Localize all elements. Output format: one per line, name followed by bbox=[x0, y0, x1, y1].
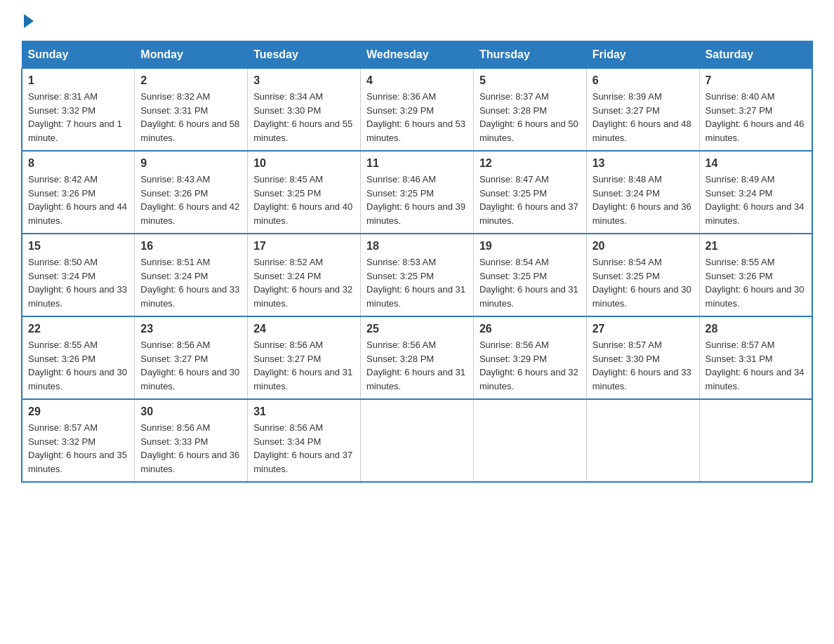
day-info: Sunrise: 8:40 AM Sunset: 3:27 PM Dayligh… bbox=[706, 90, 806, 145]
day-info: Sunrise: 8:55 AM Sunset: 3:26 PM Dayligh… bbox=[706, 255, 806, 310]
day-info: Sunrise: 8:51 AM Sunset: 3:24 PM Dayligh… bbox=[140, 255, 241, 310]
day-number: 3 bbox=[253, 74, 355, 87]
calendar-cell: 24 Sunrise: 8:56 AM Sunset: 3:27 PM Dayl… bbox=[248, 316, 361, 399]
day-number: 20 bbox=[593, 240, 694, 253]
day-number: 7 bbox=[706, 74, 806, 87]
calendar-cell: 8 Sunrise: 8:42 AM Sunset: 3:26 PM Dayli… bbox=[22, 151, 135, 234]
calendar-cell: 23 Sunrise: 8:56 AM Sunset: 3:27 PM Dayl… bbox=[135, 316, 248, 399]
calendar-cell: 31 Sunrise: 8:56 AM Sunset: 3:34 PM Dayl… bbox=[248, 399, 361, 482]
day-info: Sunrise: 8:56 AM Sunset: 3:27 PM Dayligh… bbox=[140, 338, 241, 393]
day-number: 14 bbox=[706, 157, 806, 170]
calendar-cell: 19 Sunrise: 8:54 AM Sunset: 3:25 PM Dayl… bbox=[473, 234, 586, 316]
page-header bbox=[21, 14, 813, 28]
day-number: 31 bbox=[253, 405, 355, 418]
day-number: 10 bbox=[253, 157, 355, 170]
day-number: 6 bbox=[593, 74, 694, 87]
column-header-wednesday: Wednesday bbox=[361, 41, 474, 69]
calendar-header-row: SundayMondayTuesdayWednesdayThursdayFrid… bbox=[22, 41, 812, 69]
day-info: Sunrise: 8:50 AM Sunset: 3:24 PM Dayligh… bbox=[28, 255, 128, 310]
calendar-cell: 7 Sunrise: 8:40 AM Sunset: 3:27 PM Dayli… bbox=[699, 69, 812, 152]
calendar-cell bbox=[699, 399, 812, 482]
day-number: 13 bbox=[593, 157, 694, 170]
calendar-week-row: 22 Sunrise: 8:55 AM Sunset: 3:26 PM Dayl… bbox=[22, 316, 812, 399]
calendar-table: SundayMondayTuesdayWednesdayThursdayFrid… bbox=[21, 41, 813, 483]
day-number: 8 bbox=[28, 157, 128, 170]
calendar-cell: 6 Sunrise: 8:39 AM Sunset: 3:27 PM Dayli… bbox=[586, 69, 699, 152]
calendar-week-row: 1 Sunrise: 8:31 AM Sunset: 3:32 PM Dayli… bbox=[22, 69, 812, 152]
logo bbox=[21, 14, 34, 28]
calendar-cell: 17 Sunrise: 8:52 AM Sunset: 3:24 PM Dayl… bbox=[248, 234, 361, 316]
day-number: 5 bbox=[479, 74, 581, 87]
calendar-cell: 12 Sunrise: 8:47 AM Sunset: 3:25 PM Dayl… bbox=[473, 151, 586, 234]
day-info: Sunrise: 8:56 AM Sunset: 3:34 PM Dayligh… bbox=[253, 421, 355, 476]
day-info: Sunrise: 8:37 AM Sunset: 3:28 PM Dayligh… bbox=[479, 90, 581, 145]
calendar-cell: 21 Sunrise: 8:55 AM Sunset: 3:26 PM Dayl… bbox=[699, 234, 812, 316]
day-info: Sunrise: 8:45 AM Sunset: 3:25 PM Dayligh… bbox=[253, 173, 355, 227]
calendar-week-row: 8 Sunrise: 8:42 AM Sunset: 3:26 PM Dayli… bbox=[22, 151, 812, 234]
calendar-cell: 4 Sunrise: 8:36 AM Sunset: 3:29 PM Dayli… bbox=[361, 69, 474, 152]
column-header-monday: Monday bbox=[135, 41, 248, 69]
calendar-cell bbox=[473, 399, 586, 482]
calendar-cell: 1 Sunrise: 8:31 AM Sunset: 3:32 PM Dayli… bbox=[22, 69, 135, 152]
calendar-cell: 14 Sunrise: 8:49 AM Sunset: 3:24 PM Dayl… bbox=[699, 151, 812, 234]
day-number: 9 bbox=[140, 157, 241, 170]
day-number: 1 bbox=[28, 74, 128, 87]
calendar-cell bbox=[361, 399, 474, 482]
calendar-cell: 29 Sunrise: 8:57 AM Sunset: 3:32 PM Dayl… bbox=[22, 399, 135, 482]
day-number: 21 bbox=[706, 240, 806, 253]
day-number: 18 bbox=[366, 240, 468, 253]
day-number: 16 bbox=[140, 240, 241, 253]
logo-blue-text bbox=[21, 14, 34, 28]
calendar-cell: 11 Sunrise: 8:46 AM Sunset: 3:25 PM Dayl… bbox=[361, 151, 474, 234]
day-info: Sunrise: 8:57 AM Sunset: 3:30 PM Dayligh… bbox=[593, 338, 694, 393]
day-number: 27 bbox=[593, 323, 694, 335]
column-header-tuesday: Tuesday bbox=[248, 41, 361, 69]
day-info: Sunrise: 8:47 AM Sunset: 3:25 PM Dayligh… bbox=[479, 173, 581, 227]
day-info: Sunrise: 8:56 AM Sunset: 3:28 PM Dayligh… bbox=[366, 338, 468, 393]
day-info: Sunrise: 8:56 AM Sunset: 3:33 PM Dayligh… bbox=[140, 421, 241, 476]
calendar-cell: 16 Sunrise: 8:51 AM Sunset: 3:24 PM Dayl… bbox=[135, 234, 248, 316]
day-info: Sunrise: 8:53 AM Sunset: 3:25 PM Dayligh… bbox=[366, 255, 468, 310]
day-number: 25 bbox=[366, 323, 468, 335]
day-info: Sunrise: 8:43 AM Sunset: 3:26 PM Dayligh… bbox=[140, 173, 241, 227]
day-info: Sunrise: 8:56 AM Sunset: 3:29 PM Dayligh… bbox=[479, 338, 581, 393]
day-info: Sunrise: 8:32 AM Sunset: 3:31 PM Dayligh… bbox=[140, 90, 241, 145]
calendar-cell: 28 Sunrise: 8:57 AM Sunset: 3:31 PM Dayl… bbox=[699, 316, 812, 399]
calendar-week-row: 15 Sunrise: 8:50 AM Sunset: 3:24 PM Dayl… bbox=[22, 234, 812, 316]
calendar-cell: 25 Sunrise: 8:56 AM Sunset: 3:28 PM Dayl… bbox=[361, 316, 474, 399]
calendar-cell: 18 Sunrise: 8:53 AM Sunset: 3:25 PM Dayl… bbox=[361, 234, 474, 316]
day-number: 11 bbox=[366, 157, 468, 170]
day-info: Sunrise: 8:31 AM Sunset: 3:32 PM Dayligh… bbox=[28, 90, 128, 145]
day-info: Sunrise: 8:57 AM Sunset: 3:31 PM Dayligh… bbox=[706, 338, 806, 393]
day-number: 19 bbox=[479, 240, 581, 253]
day-info: Sunrise: 8:46 AM Sunset: 3:25 PM Dayligh… bbox=[366, 173, 468, 227]
day-info: Sunrise: 8:36 AM Sunset: 3:29 PM Dayligh… bbox=[366, 90, 468, 145]
day-info: Sunrise: 8:55 AM Sunset: 3:26 PM Dayligh… bbox=[28, 338, 128, 393]
day-number: 30 bbox=[140, 405, 241, 418]
day-info: Sunrise: 8:48 AM Sunset: 3:24 PM Dayligh… bbox=[593, 173, 694, 227]
calendar-week-row: 29 Sunrise: 8:57 AM Sunset: 3:32 PM Dayl… bbox=[22, 399, 812, 482]
calendar-cell: 20 Sunrise: 8:54 AM Sunset: 3:25 PM Dayl… bbox=[586, 234, 699, 316]
calendar-cell: 5 Sunrise: 8:37 AM Sunset: 3:28 PM Dayli… bbox=[473, 69, 586, 152]
day-info: Sunrise: 8:54 AM Sunset: 3:25 PM Dayligh… bbox=[593, 255, 694, 310]
day-number: 29 bbox=[28, 405, 128, 418]
day-info: Sunrise: 8:39 AM Sunset: 3:27 PM Dayligh… bbox=[593, 90, 694, 145]
day-info: Sunrise: 8:34 AM Sunset: 3:30 PM Dayligh… bbox=[253, 90, 355, 145]
day-info: Sunrise: 8:56 AM Sunset: 3:27 PM Dayligh… bbox=[253, 338, 355, 393]
column-header-friday: Friday bbox=[586, 41, 699, 69]
calendar-cell: 2 Sunrise: 8:32 AM Sunset: 3:31 PM Dayli… bbox=[135, 69, 248, 152]
calendar-cell: 27 Sunrise: 8:57 AM Sunset: 3:30 PM Dayl… bbox=[586, 316, 699, 399]
day-info: Sunrise: 8:49 AM Sunset: 3:24 PM Dayligh… bbox=[706, 173, 806, 227]
calendar-cell: 15 Sunrise: 8:50 AM Sunset: 3:24 PM Dayl… bbox=[22, 234, 135, 316]
day-info: Sunrise: 8:57 AM Sunset: 3:32 PM Dayligh… bbox=[28, 421, 128, 476]
day-number: 26 bbox=[479, 323, 581, 335]
calendar-cell bbox=[586, 399, 699, 482]
column-header-saturday: Saturday bbox=[699, 41, 812, 69]
day-info: Sunrise: 8:54 AM Sunset: 3:25 PM Dayligh… bbox=[479, 255, 581, 310]
day-number: 2 bbox=[140, 74, 241, 87]
day-number: 22 bbox=[28, 323, 128, 335]
day-number: 24 bbox=[253, 323, 355, 335]
calendar-cell: 9 Sunrise: 8:43 AM Sunset: 3:26 PM Dayli… bbox=[135, 151, 248, 234]
day-number: 23 bbox=[140, 323, 241, 335]
calendar-cell: 22 Sunrise: 8:55 AM Sunset: 3:26 PM Dayl… bbox=[22, 316, 135, 399]
